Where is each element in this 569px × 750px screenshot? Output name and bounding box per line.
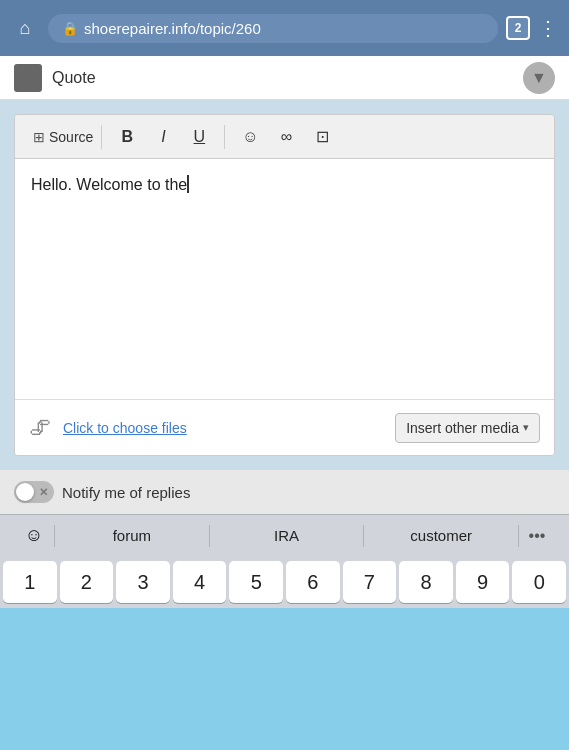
source-icon: ⊞ xyxy=(33,129,45,145)
toggle-thumb xyxy=(16,483,34,501)
underline-button[interactable]: U xyxy=(184,122,214,152)
quote-scroll-button[interactable]: ▼ xyxy=(523,62,555,94)
suggestion-item-ira[interactable]: IRA xyxy=(210,523,364,548)
insert-media-label: Insert other media xyxy=(406,420,519,436)
url-bar[interactable]: 🔒 shoerepairer.info/topic/260 xyxy=(48,14,498,43)
num-key-5[interactable]: 5 xyxy=(229,561,283,603)
home-button[interactable]: ⌂ xyxy=(10,13,40,43)
notify-toggle[interactable]: ✕ xyxy=(14,481,54,503)
emoji-button[interactable]: ☺ xyxy=(235,122,265,152)
suggestion-item-customer[interactable]: customer xyxy=(364,523,518,548)
num-key-2[interactable]: 2 xyxy=(60,561,114,603)
source-label: Source xyxy=(49,129,93,145)
browser-chrome: ⌂ 🔒 shoerepairer.info/topic/260 2 ⋮ xyxy=(0,0,569,56)
emoji-suggestion-button[interactable]: ☺ xyxy=(14,525,54,546)
number-keyboard-row: 1234567890 xyxy=(0,556,569,608)
chevron-down-icon: ▼ xyxy=(531,69,547,87)
quote-avatar xyxy=(14,64,42,92)
num-key-9[interactable]: 9 xyxy=(456,561,510,603)
image-button[interactable]: ⊡ xyxy=(307,122,337,152)
suggestion-item-forum[interactable]: forum xyxy=(55,523,209,548)
choose-files-link[interactable]: Click to choose files xyxy=(63,420,187,436)
tab-count-badge[interactable]: 2 xyxy=(506,16,530,40)
source-button[interactable]: ⊞ Source xyxy=(25,125,102,149)
link-button[interactable]: ∞ xyxy=(271,122,301,152)
text-cursor xyxy=(187,175,189,193)
toolbar-separator xyxy=(224,125,225,149)
paperclip-icon: 🖇 xyxy=(29,415,51,441)
num-key-6[interactable]: 6 xyxy=(286,561,340,603)
notify-label: Notify me of replies xyxy=(62,484,190,501)
editor-outer: ⊞ Source B I U ☺ ∞ ⊡ Hello. Welcome to t… xyxy=(0,100,569,470)
italic-button[interactable]: I xyxy=(148,122,178,152)
num-key-1[interactable]: 1 xyxy=(3,561,57,603)
insert-other-media-button[interactable]: Insert other media ▾ xyxy=(395,413,540,443)
editor-card: ⊞ Source B I U ☺ ∞ ⊡ Hello. Welcome to t… xyxy=(14,114,555,456)
num-key-0[interactable]: 0 xyxy=(512,561,566,603)
editor-text: Hello. Welcome to the xyxy=(31,176,187,193)
editor-footer: 🖇 Click to choose files Insert other med… xyxy=(15,399,554,455)
more-suggestions-button[interactable]: ••• xyxy=(519,527,555,545)
editor-toolbar: ⊞ Source B I U ☺ ∞ ⊡ xyxy=(15,115,554,159)
num-key-7[interactable]: 7 xyxy=(343,561,397,603)
home-icon: ⌂ xyxy=(20,18,31,39)
bold-button[interactable]: B xyxy=(112,122,142,152)
browser-menu-button[interactable]: ⋮ xyxy=(538,16,559,40)
quote-strip: Quote ▼ xyxy=(0,56,569,100)
num-key-8[interactable]: 8 xyxy=(399,561,453,603)
num-key-4[interactable]: 4 xyxy=(173,561,227,603)
url-text: shoerepairer.info/topic/260 xyxy=(84,20,261,37)
keyboard-suggestion-bar: ☺ forum IRA customer ••• xyxy=(0,514,569,556)
toggle-x-icon: ✕ xyxy=(39,486,48,499)
notify-strip: ✕ Notify me of replies xyxy=(0,470,569,514)
dropdown-arrow-icon: ▾ xyxy=(523,421,529,434)
lock-icon: 🔒 xyxy=(62,21,78,36)
num-key-3[interactable]: 3 xyxy=(116,561,170,603)
quote-label: Quote xyxy=(52,69,523,87)
editor-content-area[interactable]: Hello. Welcome to the xyxy=(15,159,554,399)
